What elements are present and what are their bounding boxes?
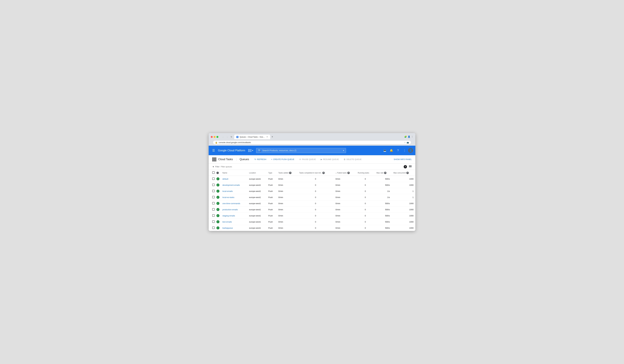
columns-icon[interactable] (409, 165, 412, 169)
avatar-image: 👤 (409, 149, 413, 152)
filter-input[interactable] (221, 165, 402, 168)
row-checkbox-cell-1 (209, 182, 216, 188)
more-options-button[interactable]: ⋮ (402, 147, 408, 153)
queue-name-link-7[interactable]: test-emails (222, 221, 232, 223)
cloud-shell-icon: 💻 (383, 149, 386, 152)
refresh-icon: ↻ (255, 158, 256, 160)
table-row: ✓ one-time-commands europe-west1 Push 0/… (209, 200, 415, 206)
maximize-window-button[interactable] (216, 136, 218, 138)
row-running-tasks-cell-4: 0 (356, 200, 375, 206)
row-checkbox-1[interactable] (212, 184, 215, 186)
queue-name-link-6[interactable]: staging-emails (222, 215, 235, 217)
table-row: ✓ local-es-tasks europe-west1 Push 0/min… (209, 194, 415, 200)
search-bar[interactable]: 🔍 Search Products, resources, docs (/) ▾ (256, 148, 346, 153)
minimize-window-button[interactable] (214, 136, 215, 138)
row-tasks-completed-6: 0 (315, 215, 316, 217)
help-icon: ? (397, 149, 399, 152)
tasks-added-help-icon[interactable]: ? (289, 172, 291, 174)
bell-icon: 🔔 (390, 149, 393, 152)
row-checkbox-6[interactable] (212, 214, 215, 217)
row-checkbox-2[interactable] (212, 190, 215, 192)
queue-name-link-2[interactable]: local-emails (222, 190, 233, 192)
extensions-icon[interactable]: 🧩 (404, 136, 407, 138)
browser-menu-icon[interactable]: ⋮ (411, 136, 413, 138)
header-type-label: Type (268, 172, 272, 174)
row-checkbox-0[interactable] (212, 178, 215, 180)
show-info-panel-button[interactable]: SHOW INFO PANEL (394, 158, 412, 160)
queue-name-link-5[interactable]: production-emails (222, 208, 238, 211)
row-type-2: Push (268, 190, 273, 192)
user-avatar[interactable]: 👤 (408, 148, 413, 153)
row-failed-tasks-cell-1: 0/min (334, 182, 356, 188)
active-tab[interactable]: G Queues – Cloud Tasks – Googl… ✕ (234, 135, 270, 139)
delete-queue-button[interactable]: 🗑 DELETE QUEUE (342, 157, 363, 161)
browser-refresh-button[interactable]: ↻ (230, 135, 233, 139)
failed-tasks-sort-icon[interactable]: ↓ (336, 172, 337, 174)
row-checkbox-cell-3 (209, 194, 216, 200)
queue-name-link-0[interactable]: default (222, 178, 228, 180)
row-checkbox-8[interactable] (212, 227, 215, 229)
row-max-rate-7: 500/s (385, 221, 390, 223)
refresh-button[interactable]: ↻ REFRESH (253, 157, 268, 161)
resume-queue-button[interactable]: ▶ RESUME QUEUE (319, 157, 341, 161)
pause-icon: ⏸ (299, 158, 301, 160)
queue-name-link-3[interactable]: local-es-tasks (222, 196, 234, 199)
row-max-rate-cell-5: 500/s (375, 206, 391, 213)
cast-icon[interactable]: 📺 (407, 141, 409, 144)
project-dropdown-arrow: ▾ (252, 149, 253, 152)
table-help-icon[interactable]: ? (404, 165, 407, 168)
cloud-shell-button[interactable]: 💻 (382, 147, 388, 153)
row-type-1: Push (268, 184, 273, 186)
search-dropdown-arrow[interactable]: ▾ (343, 149, 344, 152)
max-rate-help-icon[interactable]: ? (384, 172, 387, 174)
row-tasks-completed-cell-1: 0 (297, 182, 334, 188)
back-button[interactable]: ‹ (221, 135, 225, 139)
row-tasks-completed-4: 0 (315, 202, 316, 205)
tasks-completed-help-icon[interactable]: ? (322, 172, 325, 174)
tab-close-button[interactable]: ✕ (266, 136, 268, 138)
tab-favicon: G (236, 136, 238, 138)
help-button[interactable]: ? (395, 147, 401, 153)
row-max-concurrent-3: 1 (413, 196, 414, 199)
row-tasks-added-8: 0/min (278, 227, 283, 229)
select-all-checkbox[interactable] (212, 171, 215, 174)
row-tasks-added-cell-8: 0/min (277, 225, 297, 231)
browser-window: ‹ › ↻ G Queues – Cloud Tasks – Googl… ✕ … (209, 133, 415, 231)
queue-name-link-4[interactable]: one-time-commands (222, 202, 240, 205)
nav-buttons: ‹ › ↻ (221, 135, 233, 139)
toolbar-actions: ↻ REFRESH + CREATE PUSH QUEUE ⏸ PAUSE QU… (253, 157, 363, 161)
table-row: ✓ staging-emails europe-west1 Push 0/min… (209, 213, 415, 219)
row-tasks-added-6: 0/min (278, 215, 283, 217)
row-status-cell-1: ✓ (216, 182, 221, 188)
failed-tasks-help-icon[interactable]: ? (347, 172, 350, 174)
row-checkbox-5[interactable] (212, 208, 215, 211)
max-concurrent-help-icon[interactable]: ? (406, 172, 409, 174)
row-location-1: europe-west1 (249, 184, 261, 186)
row-location-5: europe-west1 (249, 208, 261, 211)
row-checkbox-3[interactable] (212, 196, 215, 198)
header-location-label: Location (249, 172, 256, 174)
bookmark-icon[interactable]: ☆ (404, 141, 406, 144)
hamburger-menu-button[interactable]: ☰ (211, 147, 216, 153)
create-push-queue-button[interactable]: + CREATE PUSH QUEUE (269, 157, 296, 161)
queue-name-link-1[interactable]: development-emails (222, 184, 240, 186)
search-placeholder-text: Search Products, resources, docs (/) (262, 149, 342, 152)
project-selector[interactable]: ▾ (247, 149, 254, 153)
close-window-button[interactable] (211, 136, 213, 138)
notifications-button[interactable]: 🔔 (388, 147, 394, 153)
tab-bar: G Queues – Cloud Tasks – Googl… ✕ + (234, 135, 274, 139)
row-running-tasks-cell-2: 0 (356, 188, 375, 194)
row-max-concurrent-cell-5: 1000 (392, 206, 415, 213)
url-bar[interactable]: 🔒 console.cloud.google.com/cloudtasks ☆ … (213, 140, 411, 144)
row-checkbox-4[interactable] (212, 202, 215, 205)
queue-name-link-8[interactable]: barbqqueue (222, 227, 233, 229)
row-checkbox-7[interactable] (212, 220, 215, 223)
row-failed-tasks-2: 0/min (336, 190, 340, 192)
row-tasks-completed-3: 0 (315, 196, 316, 199)
row-tasks-completed-cell-6: 0 (297, 213, 334, 219)
forward-button[interactable]: › (226, 135, 229, 139)
profile-icon[interactable]: 👤 (408, 136, 410, 138)
header-failed-tasks-label: Failed tasks (337, 172, 347, 174)
pause-queue-button[interactable]: ⏸ PAUSE QUEUE (297, 157, 318, 161)
new-tab-button[interactable]: + (270, 135, 274, 139)
